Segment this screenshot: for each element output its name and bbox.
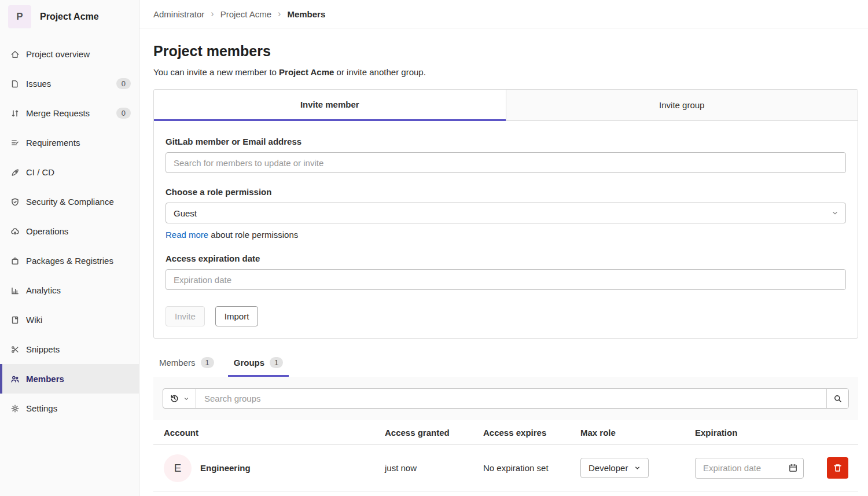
sidebar-item-packages-registries[interactable]: Packages & Registries (0, 246, 139, 275)
invite-button[interactable]: Invite (165, 306, 205, 326)
book-icon (10, 315, 20, 325)
sidebar-item-project-overview[interactable]: Project overview (0, 39, 139, 69)
shield-icon (10, 197, 20, 207)
chevron-down-icon (832, 210, 838, 216)
scissors-icon (10, 345, 20, 354)
merge-requests-count-badge: 0 (116, 108, 131, 119)
groups-table-header: Account Access granted Access expires Ma… (153, 420, 858, 445)
main-content: Administrator › Project Acme › Members P… (139, 0, 868, 496)
group-name[interactable]: Engineering (200, 463, 251, 473)
tab-groups[interactable]: Groups 1 (228, 351, 289, 377)
sidebar-item-label: Snippets (26, 344, 60, 354)
sidebar-item-label: Wiki (26, 315, 42, 325)
column-header-expiration: Expiration (695, 428, 827, 438)
sidebar-item-label: Settings (26, 403, 57, 413)
invite-panel: Invite member Invite group GitLab member… (153, 89, 858, 339)
group-avatar: E (164, 454, 192, 482)
max-role-select[interactable]: Developer (580, 458, 649, 478)
rocket-icon (10, 168, 20, 177)
groups-search-group (163, 388, 849, 409)
role-help-suffix: about role permissions (208, 230, 298, 240)
project-sidebar: P Project Acme Project overview Issues 0… (0, 0, 139, 496)
tab-invite-member[interactable]: Invite member (154, 90, 506, 121)
member-list-tabs: Members 1 Groups 1 (153, 351, 858, 377)
issues-icon (10, 79, 20, 89)
sidebar-item-label: Requirements (26, 138, 80, 148)
invite-panel-tabs: Invite member Invite group (154, 90, 858, 121)
sidebar-item-label: CI / CD (26, 167, 54, 177)
role-select-value: Guest (174, 208, 197, 218)
requirements-icon (10, 138, 20, 148)
project-avatar: P (8, 5, 31, 28)
max-role-value: Developer (589, 463, 628, 473)
calendar-icon (788, 463, 798, 473)
table-row: E Engineering just now No expiration set… (153, 445, 858, 491)
role-permission-label: Choose a role permission (165, 187, 846, 197)
gear-icon (10, 404, 20, 413)
sidebar-item-label: Operations (26, 226, 68, 236)
sidebar-item-snippets[interactable]: Snippets (0, 335, 139, 364)
role-select[interactable]: Guest (165, 203, 846, 223)
users-icon (10, 374, 20, 384)
row-expiration-input[interactable] (695, 458, 804, 479)
breadcrumb-project-acme[interactable]: Project Acme (220, 9, 271, 19)
trash-icon (833, 463, 843, 473)
sidebar-item-operations[interactable]: Operations (0, 216, 139, 246)
access-expiration-input[interactable] (165, 269, 846, 290)
page-description-prefix: You can invite a new member to (153, 67, 279, 77)
sidebar-item-ci-cd[interactable]: CI / CD (0, 157, 139, 187)
sidebar-item-settings[interactable]: Settings (0, 394, 139, 423)
sidebar-item-label: Project overview (26, 49, 90, 59)
column-header-account: Account (153, 428, 385, 438)
tab-members[interactable]: Members 1 (153, 351, 220, 377)
breadcrumb-administrator[interactable]: Administrator (153, 9, 204, 19)
import-button[interactable]: Import (215, 306, 259, 326)
invite-member-form: GitLab member or Email address Choose a … (154, 121, 858, 338)
sidebar-item-issues[interactable]: Issues 0 (0, 69, 139, 98)
sidebar-item-label: Merge Requests (26, 108, 90, 118)
column-header-max-role: Max role (580, 428, 695, 438)
tab-members-label: Members (159, 358, 196, 368)
sidebar-item-analytics[interactable]: Analytics (0, 275, 139, 305)
remove-group-button[interactable] (827, 457, 848, 479)
home-icon (10, 50, 20, 59)
sidebar-item-label: Security & Compliance (26, 197, 114, 207)
search-history-dropdown[interactable] (163, 389, 196, 408)
sidebar-item-members[interactable]: Members (0, 364, 139, 394)
tab-groups-label: Groups (234, 358, 264, 368)
members-count-badge: 1 (201, 357, 214, 368)
role-help-text: Read more about role permissions (165, 230, 846, 240)
issues-count-badge: 0 (116, 78, 131, 89)
chevron-down-icon (634, 465, 641, 471)
breadcrumb: Administrator › Project Acme › Members (139, 0, 868, 28)
access-expiration-label: Access expiration date (165, 253, 846, 263)
access-granted-value: just now (385, 463, 483, 473)
sidebar-item-wiki[interactable]: Wiki (0, 305, 139, 335)
column-header-access-granted: Access granted (385, 428, 483, 438)
chevron-right-icon: › (278, 9, 281, 19)
project-name: Project Acme (40, 12, 99, 22)
member-search-label: GitLab member or Email address (165, 137, 846, 146)
cloud-gear-icon (10, 227, 20, 236)
search-groups-input[interactable] (196, 389, 826, 408)
tab-invite-group[interactable]: Invite group (506, 90, 858, 121)
search-icon (833, 394, 843, 403)
package-icon (10, 256, 20, 266)
page-description-project: Project Acme (279, 67, 334, 77)
sidebar-item-security-compliance[interactable]: Security & Compliance (0, 187, 139, 216)
sidebar-item-merge-requests[interactable]: Merge Requests 0 (0, 98, 139, 128)
member-search-input[interactable] (165, 152, 846, 173)
chevron-down-icon (183, 396, 189, 402)
sidebar-project-header[interactable]: P Project Acme (0, 0, 139, 34)
sidebar-item-label: Members (26, 374, 64, 384)
merge-request-icon (10, 109, 20, 118)
page-description: You can invite a new member to Project A… (153, 67, 858, 77)
read-more-link[interactable]: Read more (165, 230, 208, 240)
access-expires-value: No expiration set (483, 463, 580, 473)
search-submit-button[interactable] (826, 389, 848, 408)
page-title: Project members (153, 43, 858, 60)
sidebar-nav: Project overview Issues 0 Merge Requests… (0, 39, 139, 423)
page-description-suffix: or invite another group. (334, 67, 425, 77)
sidebar-item-requirements[interactable]: Requirements (0, 128, 139, 157)
chevron-right-icon: › (211, 9, 214, 19)
